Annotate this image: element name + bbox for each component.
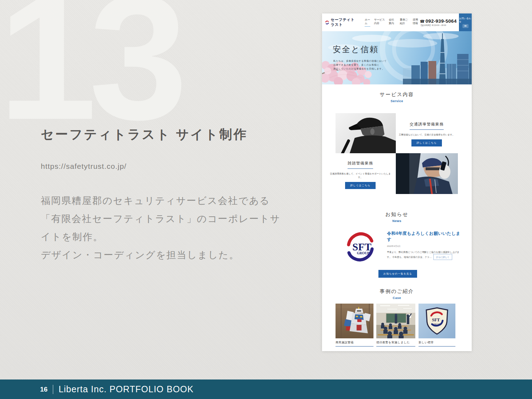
svg-text:TRUST: TRUST (433, 323, 440, 325)
hero-copy-line: 活躍できる人材を育て、多くのお客様に (333, 63, 387, 67)
portfolio-page: 13 セーフティトラスト サイト制作 https://safetytrust.c… (0, 0, 532, 399)
footer-book-title: Liberta Inc. PORTFOLIO BOOK (59, 384, 194, 394)
site-nav: ホーム サービス内容 会社案内 事例ご紹介 採用情報 (365, 18, 420, 27)
phone-block[interactable]: ☎092-939-5064 【受付時間】平日9:00～18:00 (420, 18, 457, 27)
hero-illustration (322, 31, 472, 84)
footer-page-number: 16 (40, 386, 48, 393)
case-heading: 事例のご紹介 Case (322, 288, 472, 300)
logo-icon (325, 20, 329, 26)
service-item-2-description: 交通誘導業務を通して、イベント警備をサポートいたします。 (328, 172, 392, 179)
service-item-1-title: 交通誘導警備業務 (410, 122, 444, 130)
case-photo-robot-statue (336, 304, 373, 338)
case-photo-emblem-patch: SFT TRUST (419, 304, 455, 338)
news-list-button[interactable]: お知らせの一覧を見る (378, 270, 417, 278)
case-card-mall-security[interactable]: 商業施設警備 (336, 304, 373, 347)
news-more-link[interactable]: さらに詳しく (433, 254, 452, 260)
service-item-1-description: 工事現場などにおいて、交通の安全確保を行います。 (395, 133, 459, 137)
hero-copy: 私たちは、多種多様化する警備の現場において 活躍できる人材を育て、多くのお客様に… (333, 59, 387, 71)
news-list-button-wrap: お知らせの一覧を見る (378, 270, 417, 278)
footer-bar: 16 Liberta Inc. PORTFOLIO BOOK (0, 379, 532, 399)
svg-text:SFT: SFT (353, 241, 372, 253)
news-heading-en: News (322, 219, 472, 223)
service-item-1: 交通誘導警備業務 工事現場などにおいて、交通の安全確保を行います。 詳しくはこち… (395, 121, 459, 146)
robot-statue-graphic (336, 304, 373, 338)
sft-group-logo: SFT GROUP (347, 231, 374, 262)
description-line: デザイン・コーディングを担当しました。 (41, 246, 296, 264)
guard-radio-graphic (396, 153, 458, 194)
site-header: セーフティトラスト ホーム サービス内容 会社案内 事例ご紹介 採用情報 ☎09… (322, 13, 472, 31)
service-heading-jp: サービス内容 (322, 92, 472, 98)
project-title: セーフティトラスト サイト制作 (41, 126, 296, 143)
news-heading-jp: お知らせ (322, 211, 472, 218)
description-line: イトを制作。 (41, 228, 296, 246)
shield-emblem-graphic: SFT TRUST (419, 304, 455, 338)
mail-icon: ✉ (462, 24, 469, 28)
nav-item-service[interactable]: サービス内容 (374, 18, 385, 27)
case-caption[interactable]: 現任教育を実施しました (376, 340, 415, 347)
case-caption[interactable]: 商業施設警備 (336, 340, 373, 347)
hero-title: 安全と信頼 (333, 44, 379, 55)
page-index-watermark: 13 (0, 0, 180, 146)
service-item-2-more-button[interactable]: 詳しくはこちら (345, 182, 376, 189)
case-heading-en: Case (322, 296, 472, 300)
svg-text:SFT: SFT (432, 317, 440, 322)
case-heading-jp: 事例のご紹介 (322, 288, 472, 295)
phone-hours: 【受付時間】平日9:00～18:00 (420, 24, 457, 27)
nav-item-recruit[interactable]: 採用情報 (413, 18, 420, 27)
service-item-1-more-button[interactable]: 詳しくはこちら (411, 139, 442, 146)
classroom-graphic (376, 304, 415, 338)
contact-button[interactable]: お問い合わせ ✉ (459, 13, 472, 31)
description-line: 福岡県糟屋郡のセキュリティサービス会社である (41, 192, 296, 210)
project-intro: セーフティトラスト サイト制作 https://safetytrust.co.j… (41, 126, 296, 264)
phone-number: 092-939-5064 (426, 18, 457, 24)
site-logo[interactable]: セーフティトラスト (322, 17, 357, 27)
nav-item-case[interactable]: 事例ご紹介 (400, 18, 409, 27)
contact-label: お問い合わせ (459, 17, 472, 23)
website-screenshot: セーフティトラスト ホーム サービス内容 会社案内 事例ご紹介 採用情報 ☎09… (322, 13, 472, 351)
news-item-date: 2022年4月1日 (387, 245, 462, 248)
svg-text:GROUP: GROUP (357, 251, 369, 255)
service-item-2-title: 雑踏警備業務 (348, 161, 373, 169)
case-photo-classroom (376, 304, 415, 338)
site-logo-text: セーフティトラスト (331, 17, 357, 27)
project-url: https://safetytrust.co.jp/ (41, 162, 296, 171)
nav-item-home[interactable]: ホーム (365, 18, 370, 27)
news-item-body: 平素より、弊社業務についてのご理解とご協力を賜り感謝申し上げます。 今年度も、地… (387, 250, 462, 260)
case-card-training[interactable]: 現任教育を実施しました (376, 304, 415, 347)
news-item[interactable]: 令和4年度もよろしくお願いいたします 2022年4月1日 平素より、弊社業務につ… (387, 231, 462, 260)
phone-icon: ☎ (420, 19, 425, 23)
nav-item-company[interactable]: 会社案内 (389, 18, 396, 27)
news-item-title[interactable]: 令和4年度もよろしくお願いいたします (387, 231, 462, 243)
project-description: 福岡県糟屋郡のセキュリティサービス会社である 「有限会社セーフティトラスト」のコ… (41, 192, 296, 264)
hero-section: 安全と信頼 私たちは、多種多様化する警備の現場において 活躍できる人材を育て、多… (322, 31, 472, 84)
service-heading-en: Service (322, 99, 472, 103)
news-heading: お知らせ News (322, 211, 472, 223)
hero-copy-line: 満足していただける警備会社を目指します。 (333, 67, 387, 71)
case-caption[interactable]: 新しい標章 (419, 340, 455, 347)
footer-separator (53, 385, 53, 394)
sft-group-logo-graphic: SFT GROUP (347, 231, 374, 262)
service-heading: サービス内容 Service (322, 92, 472, 103)
service-photo-traffic-guard (336, 113, 396, 153)
guard-silhouette-graphic (336, 113, 396, 153)
case-card-new-emblem[interactable]: SFT TRUST 新しい標章 (419, 304, 455, 347)
hero-copy-line: 私たちは、多種多様化する警備の現場において (333, 59, 387, 63)
service-photo-crowd-guard (396, 153, 458, 194)
service-item-2: 雑踏警備業務 交通誘導業務を通して、イベント警備をサポートいたします。 詳しくは… (328, 160, 392, 189)
description-line: 「有限会社セーフティトラスト」のコーポレートサ (41, 210, 296, 228)
